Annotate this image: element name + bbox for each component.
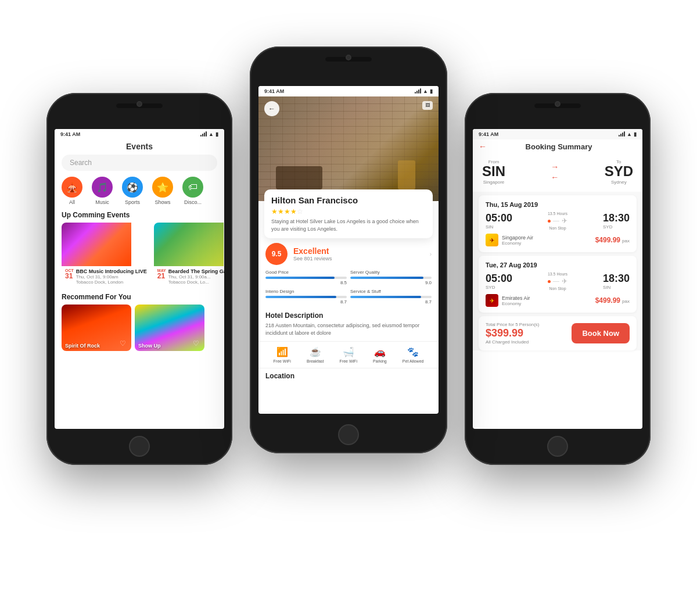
booking-title: Booking Summary — [490, 142, 627, 151]
chevron-right-icon: › — [430, 251, 432, 257]
depart-airport-2: SYD — [486, 285, 512, 290]
duration-text-2: 13.5 Hours — [548, 272, 567, 276]
location-title: Location — [265, 372, 432, 380]
airline-row-1: ✈ Singapore Air Economy $499.99 pax — [486, 234, 630, 246]
event-card-1[interactable]: OCT 31 BBC Music Introducing LIVE Thu, O… — [62, 223, 150, 287]
hotel-desc-title: Hotel Description — [265, 311, 432, 320]
booking-screen: 9:41 AM ▲ ▮ ← Booking Summary — [473, 129, 642, 429]
recommend-section-title: Recommend For You — [55, 293, 224, 305]
rating-badge: 9.5 — [265, 243, 288, 265]
rating-good-price: Good Price 8.5 — [265, 270, 347, 285]
route-dest-city: Sydney — [605, 180, 633, 185]
segment-date-2: Tue, 27 Aug 2019 — [486, 262, 630, 268]
flight-depart-1: 05:00 SIN — [486, 212, 512, 230]
recommend-grid: Spirit Of Rock ♡ Show Up ♡ — [55, 305, 224, 351]
arrive-time-1: 18:30 — [603, 212, 630, 224]
flight-row-1: 05:00 SIN 13.5 Hours ✈ Non Stop — [486, 212, 630, 230]
rating-service: Service & Stuff 8.7 — [350, 289, 432, 305]
category-music[interactable]: 🎵 Music — [89, 177, 115, 205]
price-1: $499.99 — [595, 236, 620, 244]
rating-service-fill — [350, 296, 421, 298]
category-discount[interactable]: 🏷 Disco... — [180, 177, 206, 205]
back-arrow-booking[interactable]: ← — [479, 142, 487, 151]
status-icons-right: ▲ ▮ — [619, 131, 637, 137]
category-icon-all: 🎪 — [62, 177, 82, 198]
event-card-2[interactable]: May 21 Bearded The Spring Gathe... Thu, … — [154, 223, 224, 287]
recommend-card-1[interactable]: Spirit Of Rock ♡ — [62, 305, 131, 351]
search-label: Search — [70, 159, 92, 167]
event-image-2 — [154, 223, 224, 266]
book-now-button[interactable]: Book Now — [572, 323, 630, 343]
arrow-left-icon: ← — [551, 173, 559, 182]
heart-icon-rock[interactable]: ♡ — [120, 339, 128, 348]
total-note: All Charged Included — [486, 339, 539, 345]
hotel-rating-row: 9.5 Excellent See 801 reviews › — [258, 238, 439, 270]
category-sports[interactable]: ⚽ Sports — [120, 177, 145, 205]
signal-icon-center — [415, 89, 421, 94]
hotel-description: Staying at Hotel Silver Lake Los Angeles… — [271, 218, 426, 232]
heart-icon-showup[interactable]: ♡ — [193, 339, 201, 348]
total-price: $399.99 — [486, 327, 539, 339]
bed-shape — [276, 166, 322, 189]
gallery-icon[interactable]: 🖼 — [422, 101, 433, 110]
segment-date-1: Thu, 15 Aug 2019 — [486, 201, 630, 208]
battery-icon-center: ▮ — [430, 88, 433, 94]
bath-label: Free WiFi — [340, 359, 357, 363]
depart-time-1: 05:00 — [486, 212, 512, 224]
recommend-card-2[interactable]: Show Up ♡ — [135, 305, 204, 351]
category-label-music: Music — [95, 199, 109, 205]
recommend-image-holi: Show Up ♡ — [135, 305, 204, 351]
non-stop-2: Non Stop — [548, 286, 567, 291]
rating-good-price-score: 8.5 — [265, 280, 347, 285]
route-dest-code: SYD — [605, 164, 633, 178]
wifi-icon-right: ▲ — [627, 131, 632, 137]
event-info-2: May 21 Bearded The Spring Gathe... Thu, … — [154, 266, 224, 287]
plane-icon-1: ✈ — [562, 217, 567, 225]
flight-row-2: 05:00 SYD 13.5 Hours ✈ Non Stop — [486, 272, 630, 291]
rating-good-price-fill — [265, 277, 335, 279]
phone-right: 9:41 AM ▲ ▮ ← Booking Summary — [465, 93, 651, 465]
phone-home-left — [129, 436, 150, 457]
amenity-pet: 🐾 Pet Allowed — [403, 346, 424, 363]
category-all[interactable]: 🎪 All — [59, 177, 85, 205]
parking-icon: 🚗 — [374, 346, 386, 357]
pet-label: Pet Allowed — [403, 359, 424, 363]
rating-interior-score: 8.7 — [265, 299, 347, 305]
back-button-hotel[interactable]: ← — [264, 101, 279, 116]
wifi-icon-center: ▲ — [423, 88, 428, 94]
plane-icon-2: ✈ — [562, 277, 567, 285]
battery-icon: ▮ — [215, 131, 218, 137]
category-label-all: All — [69, 199, 75, 205]
recommend-image-rock: Spirit Of Rock ♡ — [62, 305, 131, 351]
category-icon-shows: ⭐ — [152, 177, 173, 198]
route-origin-code: SIN — [482, 164, 505, 178]
recommend-label-showup: Show Up — [138, 343, 161, 349]
rating-interior-bar — [265, 296, 347, 298]
rating-service-label: Service & Stuff — [350, 289, 432, 294]
flight-arrive-1: 18:30 SYD — [603, 212, 630, 230]
total-section: Total Price for 5 Person(s) $399.99 All … — [486, 322, 539, 345]
rating-label: Excellent — [293, 246, 332, 256]
flight-dot-1 — [548, 220, 551, 223]
arrive-airport-1: SYD — [603, 224, 630, 230]
rating-server-quality-bar — [350, 277, 432, 279]
event-date-1: OCT 31 BBC Music Introducing LIVE Thu, O… — [65, 268, 147, 285]
route-dest: To SYD Sydney — [605, 159, 633, 185]
event-details-2: Bearded The Spring Gathe... Thu, Oct 31,… — [168, 268, 224, 285]
hotel-info-card: Hilton San Francisco ★★★★☆ Staying at Ho… — [264, 189, 433, 238]
pax-2: pax — [622, 299, 630, 304]
lamp-shape — [398, 160, 415, 189]
flight-arrive-2: 18:30 SIN — [603, 273, 630, 290]
status-icons-center: ▲ ▮ — [415, 88, 433, 94]
pet-icon: 🐾 — [407, 346, 419, 357]
rating-good-price-bar — [265, 277, 347, 279]
event-date-2: May 21 Bearded The Spring Gathe... Thu, … — [157, 268, 224, 285]
search-bar[interactable]: Search — [62, 155, 217, 171]
category-shows[interactable]: ⭐ Shows — [150, 177, 175, 205]
event-date-text-1: OCT 31 — [65, 268, 74, 280]
flight-price-2: $499.99 pax — [595, 296, 630, 305]
phone-camera-center — [346, 55, 351, 60]
wifi-icon-amenity: 📶 — [276, 346, 288, 357]
total-label: Total Price for 5 Person(s) — [486, 322, 539, 327]
wifi-icon: ▲ — [209, 131, 214, 137]
